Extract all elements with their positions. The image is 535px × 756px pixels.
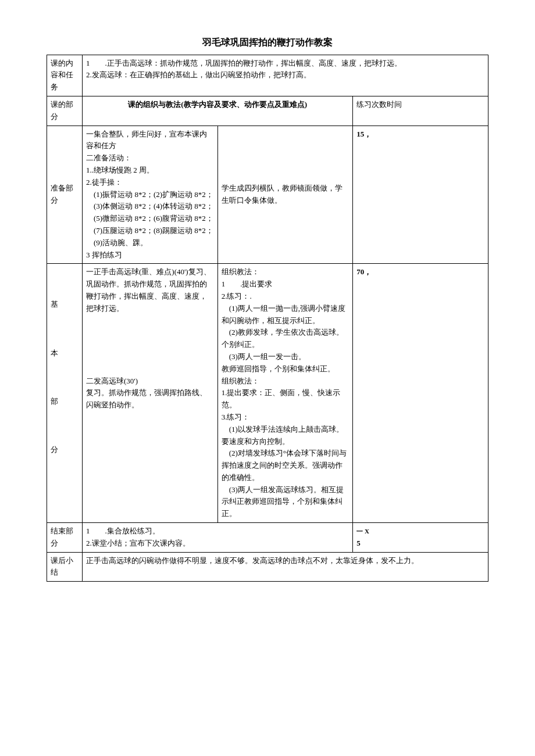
- content-task-label: 课的内容和任务: [47, 55, 83, 96]
- main-label: 基 本 部 分: [47, 264, 83, 523]
- org-header: 课的组织与教法(教学内容及要求、动作要点及重难点): [83, 96, 353, 126]
- prep-left: 一集合整队，师生问好，宣布本课内容和任方 二准备活动： 1..绕球场慢跑 2 周…: [83, 126, 218, 264]
- page-title: 羽毛球巩固挥拍的鞭打动作教案: [47, 35, 488, 50]
- time-header: 练习次数时间: [353, 96, 488, 126]
- end-time: 一 X 5: [353, 523, 488, 553]
- row-end: 结束部分 1 .集合放松练习。 2.课堂小结；宣布下次课内容。 一 X 5: [47, 523, 488, 553]
- row-content-task: 课的内容和任务 1 .正手击高远球：抓动作规范，巩固挥拍的鞭打动作，挥出幅度、高…: [47, 55, 488, 96]
- after-body: 正手击高远球的闪碗动作做得不明显，速度不够。发高远球的击球点不对，太靠近身体，发…: [83, 552, 488, 582]
- prep-time: 15，: [353, 126, 488, 264]
- content-task-body: 1 .正手击高远球：抓动作规范，巩固挥拍的鞭打动作，挥出幅度、高度、速度，把球打…: [83, 55, 488, 96]
- end-body: 1 .集合放松练习。 2.课堂小结；宣布下次课内容。: [83, 523, 353, 553]
- row-header: 课的部分 课的组织与教法(教学内容及要求、动作要点及重难点) 练习次数时间: [47, 96, 488, 126]
- part-header-label: 课的部分: [47, 96, 83, 126]
- end-label: 结束部分: [47, 523, 83, 553]
- main-left: 一正手击高远球(重、难点)(40')复习、巩固动作。抓动作规范，巩固挥拍的鞭打动…: [83, 264, 218, 523]
- prep-label: 准备部分: [47, 126, 83, 264]
- main-time: 70，: [353, 264, 488, 523]
- row-main: 基 本 部 分 一正手击高远球(重、难点)(40')复习、巩固动作。抓动作规范，…: [47, 264, 488, 523]
- lesson-plan-table: 课的内容和任务 1 .正手击高远球：抓动作规范，巩固挥拍的鞭打动作，挥出幅度、高…: [47, 55, 488, 582]
- prep-right: 学生成四列横队，教师镜面领做，学生听口令集体做。: [217, 126, 353, 264]
- after-label: 课后小结: [47, 552, 83, 582]
- main-right: 组织教法： 1 .提出要求 2.练习：. (1)两人一组一抛一击,强调小臂速度和…: [217, 264, 353, 523]
- row-prep: 准备部分 一集合整队，师生问好，宣布本课内容和任方 二准备活动： 1..绕球场慢…: [47, 126, 488, 264]
- row-after: 课后小结 正手击高远球的闪碗动作做得不明显，速度不够。发高远球的击球点不对，太靠…: [47, 552, 488, 582]
